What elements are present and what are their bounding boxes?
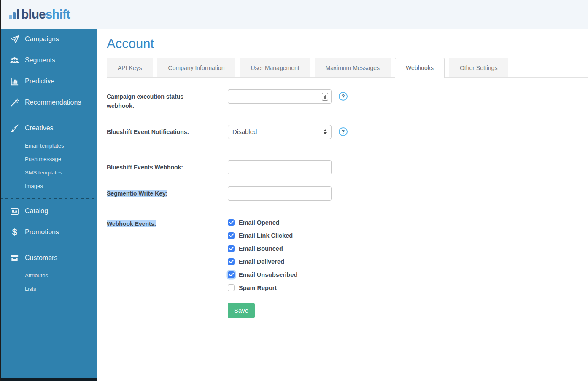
help-icon[interactable]: ? <box>339 92 348 101</box>
select-stepper-icon <box>324 129 327 134</box>
field-label: Campaign execution status webhook: <box>107 89 228 111</box>
checkbox-email-opened[interactable]: Email Opened <box>228 219 297 226</box>
sidebar-item-push-message[interactable]: Push message <box>0 152 97 166</box>
magic-wand-icon <box>9 97 20 107</box>
tab-company-information[interactable]: Company Information <box>157 58 236 77</box>
sidebar-nav: Campaigns Segments Predictive Recommenda… <box>0 29 97 378</box>
window-left-edge <box>0 0 1 381</box>
field-label: Segmentio Write Key: <box>107 186 228 198</box>
campaign-execution-webhook-input[interactable] <box>228 89 332 104</box>
checkbox-spam-report[interactable]: Spam Report <box>228 284 297 291</box>
account-tabs: API Keys Company Information User Manage… <box>107 58 588 78</box>
field-label: Webhook Events: <box>107 217 228 228</box>
field-segmentio-write-key: Segmentio Write Key: <box>107 186 588 201</box>
main-content: Account API Keys Company Information Use… <box>97 29 588 381</box>
sidebar-item-sms-templates[interactable]: SMS templates <box>0 166 97 179</box>
sidebar-divider <box>0 245 97 245</box>
autofill-contact-icon[interactable] <box>322 93 328 101</box>
bar-chart-icon <box>9 76 20 86</box>
webhook-events-checkbox-group: Email Opened Email Link Clicked Email Bo… <box>228 217 297 291</box>
sidebar-item-predictive[interactable]: Predictive <box>0 71 97 92</box>
field-label: Blueshift Events Webhook: <box>107 160 228 172</box>
blueshift-logo[interactable]: blueshift <box>0 0 588 29</box>
events-webhook-input[interactable] <box>228 160 332 174</box>
sidebar-divider <box>0 115 97 115</box>
sidebar-divider <box>0 198 97 199</box>
field-campaign-execution-webhook: Campaign execution status webhook: ? <box>107 89 588 111</box>
paper-plane-icon <box>9 34 20 44</box>
checkbox-email-bounced[interactable]: Email Bounced <box>228 245 297 252</box>
checkbox-box[interactable] <box>228 245 235 252</box>
spacer <box>107 303 228 306</box>
page-title: Account <box>107 36 588 51</box>
checkbox-box[interactable] <box>228 232 235 239</box>
checkbox-box[interactable] <box>228 219 235 226</box>
sidebar-item-catalog[interactable]: Catalog <box>0 201 97 222</box>
paint-brush-icon <box>9 123 20 133</box>
field-label: Blueshift Event Notifications: <box>107 125 228 137</box>
sidebar-item-campaigns[interactable]: Campaigns <box>0 29 97 50</box>
archive-box-icon <box>9 253 20 263</box>
logo-text-light: shift <box>46 7 70 21</box>
logo-text-dark: blue <box>21 7 46 21</box>
users-icon <box>9 55 20 65</box>
checkbox-email-unsubscribed[interactable]: Email Unsubscribed <box>228 271 297 278</box>
sidebar-item-attributes[interactable]: Attributes <box>0 268 97 282</box>
sidebar-item-images[interactable]: Images <box>0 179 97 193</box>
field-webhook-events: Webhook Events: Email Opened Email Link … <box>107 217 588 291</box>
checkbox-box[interactable] <box>228 284 235 291</box>
checkbox-email-delivered[interactable]: Email Delivered <box>228 258 297 265</box>
checkbox-box[interactable] <box>228 258 235 265</box>
sidebar-item-creatives[interactable]: Creatives <box>0 118 97 139</box>
save-button[interactable]: Save <box>228 303 255 318</box>
top-header: blueshift <box>0 0 588 29</box>
help-icon[interactable]: ? <box>339 127 348 136</box>
newspaper-icon <box>9 206 20 216</box>
tab-webhooks[interactable]: Webhooks <box>395 58 445 78</box>
dollar-icon: $ <box>9 227 20 237</box>
tab-user-management[interactable]: User Management <box>240 58 310 77</box>
tab-api-keys[interactable]: API Keys <box>107 58 153 77</box>
tab-other-settings[interactable]: Other Settings <box>449 58 509 77</box>
checkbox-box[interactable] <box>228 271 235 278</box>
checkbox-email-link-clicked[interactable]: Email Link Clicked <box>228 232 297 239</box>
sidebar-item-segments[interactable]: Segments <box>0 50 97 71</box>
sidebar-divider <box>0 301 97 301</box>
tab-maximum-messages[interactable]: Maximum Messages <box>315 58 391 77</box>
window-bottom-edge <box>0 378 97 381</box>
sidebar-item-lists[interactable]: Lists <box>0 282 97 295</box>
sidebar-item-email-templates[interactable]: Email templates <box>0 139 97 152</box>
field-event-notifications: Blueshift Event Notifications: Disabled … <box>107 125 588 139</box>
app-window: blueshift Campaigns Segments Predictive <box>0 0 588 381</box>
sidebar-item-customers[interactable]: Customers <box>0 247 97 268</box>
segmentio-write-key-input[interactable] <box>228 186 332 201</box>
event-notifications-select[interactable]: Disabled <box>228 125 332 139</box>
sidebar-item-promotions[interactable]: $ Promotions <box>0 222 97 243</box>
webhooks-form: Campaign execution status webhook: ? Blu… <box>107 78 588 318</box>
sidebar-item-recommendations[interactable]: Recommendations <box>0 92 97 113</box>
field-events-webhook: Blueshift Events Webhook: <box>107 160 588 174</box>
save-row: Save <box>107 303 588 318</box>
logo-bars-icon <box>9 9 19 19</box>
select-value: Disabled <box>232 128 257 135</box>
